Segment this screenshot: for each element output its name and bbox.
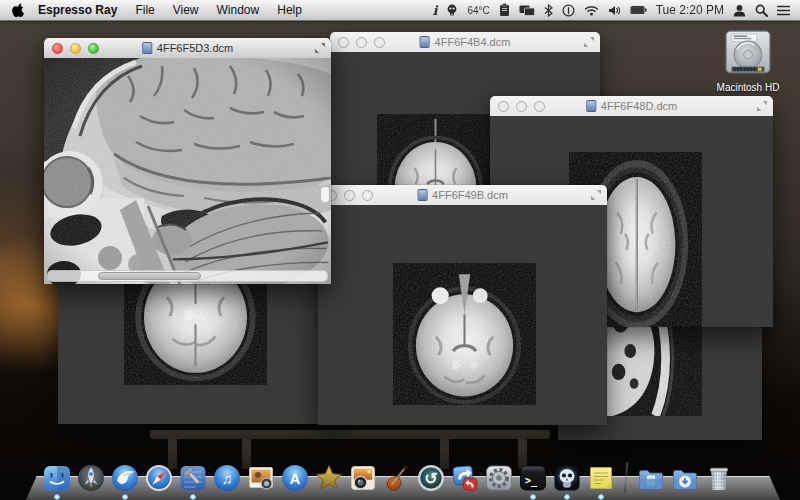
dock-item-finder[interactable] [42,463,72,493]
minimize-button[interactable] [356,37,367,48]
running-indicator [530,494,536,500]
dock-item-system-preferences[interactable] [484,463,514,493]
titlebar[interactable]: 4FF6F48D.dcm [490,96,773,117]
terminal-prompt-glyph: >_ [518,463,548,493]
time-machine-arrow-glyph: ↺ [416,463,446,493]
fullscreen-icon[interactable] [583,36,595,48]
document-icon [417,189,427,201]
displays-icon[interactable] [519,4,535,17]
bluetooth-icon[interactable] [544,4,553,17]
volume-icon[interactable] [608,5,621,16]
titlebar[interactable]: 4FF6F5D3.dcm [44,38,331,59]
dock-item-sync-arrows[interactable] [450,463,480,493]
window-title: 4FF6F5D3.dcm [157,42,233,54]
fullscreen-icon[interactable] [314,42,326,54]
titlebar[interactable]: 4FF6F4B4.dcm [330,32,600,53]
window-4ff6f5d3-active[interactable]: 4FF6F5D3.dcm [44,38,331,284]
dock-item-iphoto[interactable] [348,463,378,493]
menu-window[interactable]: Window [217,3,260,17]
skull-menu-icon[interactable] [446,4,458,17]
mri-sagittal-brain-image [44,58,331,284]
dock-item-documents-folder[interactable] [636,463,666,493]
dock-item-app-store[interactable]: A [280,463,310,493]
close-button[interactable] [338,37,349,48]
fullscreen-icon[interactable] [756,100,768,112]
running-indicator [190,494,196,500]
drive-label: Macintosh HD [714,82,782,93]
spotlight-icon[interactable] [755,4,768,17]
running-indicator [54,494,60,500]
document-icon [586,100,596,112]
menu-file[interactable]: File [135,3,154,17]
running-indicator [122,494,128,500]
dock-item-safari[interactable] [144,463,174,493]
running-indicator [564,494,570,500]
close-button[interactable] [498,101,509,112]
wifi-icon[interactable] [584,5,599,16]
dock-item-espresso-ray[interactable] [552,463,582,493]
dock-item-trash[interactable] [704,463,734,493]
menu-clock[interactable]: Tue 2:20 PM [656,3,724,17]
titlebar[interactable]: 4FF6F49B.dcm [318,185,607,206]
dock: ♫ A [0,458,800,500]
cpu-temperature[interactable]: 64°C [467,5,489,16]
mri-axial-orbits-scan [393,263,536,405]
dock-item-terminal[interactable]: >_ [518,463,548,493]
window-4ff6f49b[interactable]: 4FF6F49B.dcm [318,185,607,425]
zoom-button[interactable] [534,101,545,112]
dicom-canvas[interactable] [318,205,607,425]
minimize-button[interactable] [344,190,355,201]
apple-menu-icon[interactable] [12,3,25,17]
window-title: 4FF6F4B4.dcm [435,36,511,48]
circled-one-icon[interactable] [562,4,575,17]
macintosh-hd-drive[interactable]: Macintosh HD [714,30,782,93]
hard-drive-icon [722,30,774,76]
horizontal-scrollbar-thumb[interactable] [98,272,200,280]
window-title: 4FF6F48D.dcm [601,100,677,112]
dicom-canvas[interactable] [44,58,331,284]
fullscreen-icon[interactable] [590,189,602,201]
dock-item-itunes[interactable]: ♫ [212,463,242,493]
minimize-button[interactable] [516,101,527,112]
user-icon[interactable] [733,4,746,17]
notification-center-icon[interactable] [777,5,791,16]
dock-divider [624,462,629,493]
zoom-button[interactable] [362,190,373,201]
horizontal-scrollbar[interactable] [47,270,328,282]
minimize-button[interactable] [70,43,81,54]
dock-item-imovie[interactable] [314,463,344,493]
dock-item-downloads-folder[interactable] [670,463,700,493]
music-note-glyph: ♫ [212,463,242,493]
menu-help[interactable]: Help [277,3,302,17]
dock-item-thunderbird[interactable] [110,463,140,493]
dock-item-time-machine[interactable]: ↺ [416,463,446,493]
running-indicator [598,494,604,500]
window-title: 4FF6F49B.dcm [432,189,508,201]
document-icon [142,42,152,54]
app-store-a-glyph: A [280,463,310,493]
app-menu-title[interactable]: Espresso Ray [38,3,117,17]
istat-info-icon[interactable]: i [432,4,437,17]
vertical-scrollbar-thumb[interactable] [320,186,330,203]
battery-icon[interactable] [630,5,647,15]
dock-item-xcode[interactable] [178,463,208,493]
dock-item-stickies[interactable] [586,463,616,493]
zoom-button[interactable] [88,43,99,54]
zoom-button[interactable] [374,37,385,48]
menu-bar: Espresso Ray File View Window Help i 64°… [0,0,800,21]
dock-item-launchpad[interactable] [76,463,106,493]
close-button[interactable] [52,43,63,54]
clipboard-icon[interactable] [499,3,510,17]
dock-item-garageband[interactable] [382,463,412,493]
menu-view[interactable]: View [173,3,199,17]
dock-item-photo-booth[interactable] [246,463,276,493]
document-icon [420,36,430,48]
